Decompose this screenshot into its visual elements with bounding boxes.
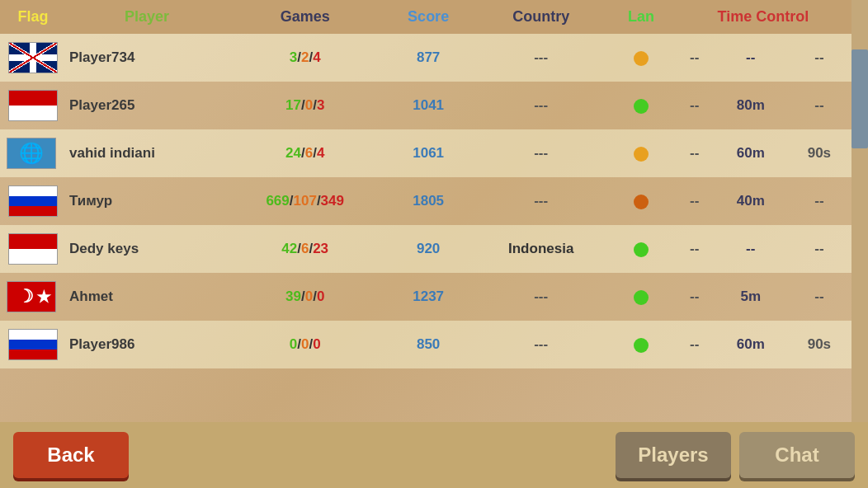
- lan2-cell: --: [787, 82, 851, 129]
- scrollbar-thumb[interactable]: [851, 49, 868, 148]
- games-cell: 0/0/0: [228, 321, 382, 368]
- player-name: Player265: [66, 82, 228, 129]
- lan1-cell: --: [675, 82, 715, 129]
- main-container: Flag Player Games Score Country Lan Time…: [0, 0, 868, 488]
- dot-cell: [607, 82, 674, 129]
- games-cell: 42/6/23: [228, 225, 382, 273]
- flag-cell: [0, 321, 66, 368]
- flag-cell: [0, 225, 66, 273]
- lan1-cell: --: [675, 321, 715, 368]
- country-cell: Indonesia: [474, 225, 607, 273]
- lan2-cell: 90s: [787, 129, 851, 177]
- table-area: Flag Player Games Score Country Lan Time…: [0, 0, 851, 422]
- dot-cell: [607, 225, 674, 273]
- country-cell: ---: [474, 321, 607, 368]
- lan2-cell: --: [787, 34, 851, 82]
- player-name: Player734: [66, 34, 228, 82]
- player-name: Ahmet: [66, 273, 228, 321]
- dot-cell: [607, 34, 674, 82]
- score-cell: 877: [382, 34, 474, 82]
- lan1-cell: --: [675, 177, 715, 225]
- table-row[interactable]: ☽★ Ahmet 39/0/0 1237 --- -- 5m --: [0, 273, 851, 321]
- flag-cell: [0, 177, 66, 225]
- games-cell: 39/0/0: [228, 273, 382, 321]
- bottom-bar: Back Players Chat: [0, 422, 868, 488]
- country-cell: ---: [474, 177, 607, 225]
- table-row[interactable]: Player734 3/2/4 877 --- -- -- --: [0, 34, 851, 82]
- score-cell: 920: [382, 225, 474, 273]
- games-cell: 24/6/4: [228, 129, 382, 177]
- table-row[interactable]: Тимур 669/107/349 1805 --- -- 40m --: [0, 177, 851, 225]
- player-name: Player986: [66, 321, 228, 368]
- time-cell: 40m: [715, 177, 787, 225]
- player-name: Dedy keys: [66, 225, 228, 273]
- score-cell: 1061: [382, 129, 474, 177]
- flag-cell: [0, 82, 66, 129]
- dot-cell: [607, 273, 674, 321]
- table-row[interactable]: Dedy keys 42/6/23 920 Indonesia -- -- --: [0, 225, 851, 273]
- country-cell: ---: [474, 34, 607, 82]
- lan2-cell: 90s: [787, 321, 851, 368]
- table-row[interactable]: 🌐 vahid indiani 24/6/4 1061 --- -- 60m 9…: [0, 129, 851, 177]
- time-cell: 60m: [715, 321, 787, 368]
- dot-cell: [607, 321, 674, 368]
- dot-cell: [607, 129, 674, 177]
- score-cell: 1041: [382, 82, 474, 129]
- table-row[interactable]: Player986 0/0/0 850 --- -- 60m 90s: [0, 321, 851, 368]
- games-cell: 17/0/3: [228, 82, 382, 129]
- flag-cell: [0, 34, 66, 82]
- games-cell: 669/107/349: [228, 177, 382, 225]
- games-cell: 3/2/4: [228, 34, 382, 82]
- lan1-cell: --: [675, 273, 715, 321]
- time-cell: --: [715, 225, 787, 273]
- col-time: Time Control: [675, 0, 851, 34]
- score-cell: 1805: [382, 177, 474, 225]
- dot-cell: [607, 177, 674, 225]
- scrollbar[interactable]: [851, 0, 868, 422]
- lan2-cell: --: [787, 177, 851, 225]
- flag-cell: 🌐: [0, 129, 66, 177]
- time-cell: 80m: [715, 82, 787, 129]
- col-country: Country: [474, 0, 607, 34]
- score-cell: 1237: [382, 273, 474, 321]
- table-row[interactable]: Player265 17/0/3 1041 --- -- 80m --: [0, 82, 851, 129]
- back-button[interactable]: Back: [13, 432, 129, 478]
- players-button[interactable]: Players: [616, 432, 731, 478]
- col-player: Player: [66, 0, 228, 34]
- player-name: Тимур: [66, 177, 228, 225]
- score-cell: 850: [382, 321, 474, 368]
- chat-button[interactable]: Chat: [739, 432, 855, 478]
- col-games: Games: [228, 0, 382, 34]
- table-header-row: Flag Player Games Score Country Lan Time…: [0, 0, 851, 34]
- lan1-cell: --: [675, 34, 715, 82]
- time-cell: --: [715, 34, 787, 82]
- time-cell: 5m: [715, 273, 787, 321]
- player-name: vahid indiani: [66, 129, 228, 177]
- time-cell: 60m: [715, 129, 787, 177]
- country-cell: ---: [474, 129, 607, 177]
- col-flag: Flag: [0, 0, 66, 34]
- lan2-cell: --: [787, 273, 851, 321]
- col-score: Score: [382, 0, 474, 34]
- country-cell: ---: [474, 273, 607, 321]
- lan1-cell: --: [675, 225, 715, 273]
- flag-cell: ☽★: [0, 273, 66, 321]
- country-cell: ---: [474, 82, 607, 129]
- lan2-cell: --: [787, 225, 851, 273]
- players-table: Flag Player Games Score Country Lan Time…: [0, 0, 851, 368]
- col-lan: Lan: [607, 0, 674, 34]
- lan1-cell: --: [675, 129, 715, 177]
